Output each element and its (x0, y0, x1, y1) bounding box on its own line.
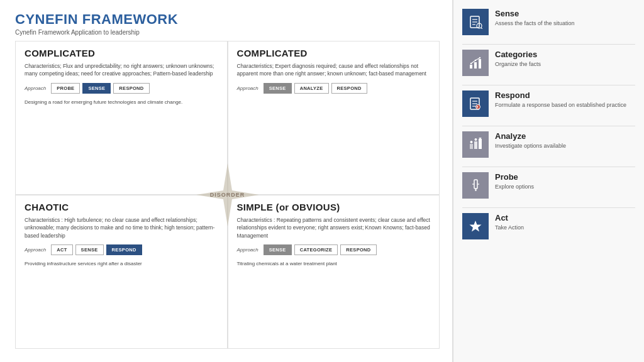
quadrant-complex-desc: Characteristics; Flux and unpredictabili… (25, 62, 218, 78)
sidebar-item-sense: Sense Assess the facts of the situation (462, 6, 635, 38)
sense-text: Sense Assess the facts of the situation (495, 9, 635, 28)
approach-label-0: Approach (25, 85, 46, 91)
sense-title: Sense (495, 9, 635, 18)
divider-2 (462, 85, 635, 85)
sense-button-complicated[interactable]: SENSE (264, 83, 292, 94)
title-colored: FRAMEWORK (82, 11, 178, 27)
sense-desc: Assess the facts of the situation (495, 19, 635, 28)
sense-button-chaotic[interactable]: SENSE (75, 244, 104, 255)
quadrant-simple: SIMPLE (or OBVIOUS) Characteristics : Re… (228, 195, 440, 349)
respond-desc: Formulate a response based on establishe… (495, 101, 635, 109)
svg-marker-30 (470, 221, 482, 232)
act-title: Act (495, 213, 635, 222)
sidebar-item-probe: Probe Explore options (462, 170, 635, 201)
subtitle: Cynefin Framework Application to leaders… (15, 29, 440, 36)
svg-rect-21 (474, 141, 477, 149)
categories-title: Categories (495, 50, 635, 59)
svg-point-24 (475, 138, 477, 141)
probe-title: Probe (495, 172, 635, 182)
sidebar-item-act: Act Take Action (462, 211, 635, 242)
divider-4 (462, 167, 635, 167)
approach-label-2: Approach (25, 247, 46, 253)
quadrant-complicated-title: COMPLICATED (237, 48, 431, 58)
svg-rect-26 (474, 180, 477, 189)
probe-desc: Explore options (495, 183, 635, 191)
header: CYNEFIN FRAMEWORK Cynefin Framework Appl… (15, 11, 440, 36)
svg-point-10 (470, 63, 472, 64)
categorize-button[interactable]: CATEGORIZE (294, 244, 338, 255)
svg-rect-8 (474, 62, 477, 69)
act-text: Act Take Action (495, 213, 635, 232)
main-title: CYNEFIN FRAMEWORK (15, 11, 440, 28)
svg-rect-7 (470, 65, 472, 69)
sidebar-item-respond: Respond Formulate a response based on es… (462, 88, 635, 119)
act-desc: Take Action (495, 224, 635, 232)
svg-rect-9 (479, 59, 481, 69)
approach-label-3: Approach (237, 247, 258, 253)
sense-button-complex[interactable]: SENSE (82, 83, 111, 94)
quadrant-simple-title: SIMPLE (or OBVIOUS) (237, 202, 431, 212)
divider-1 (462, 44, 635, 45)
analyze-text: Analyze Investigate options available (495, 131, 635, 150)
sense-button-simple[interactable]: SENSE (264, 244, 292, 255)
quadrant-chaotic-title: CHAOTIC (25, 202, 218, 212)
analyze-button[interactable]: ANALYZE (294, 83, 329, 94)
quadrant-complex-example: Designing a road for emerging future tec… (25, 99, 218, 106)
quadrant-complicated-desc: Characteristics; Expert diagnosis requir… (237, 62, 431, 78)
svg-point-11 (475, 60, 476, 61)
respond-title: Respond (495, 90, 635, 100)
sidebar-item-analyze: Analyze Investigate options available (462, 129, 635, 160)
respond-button-simple[interactable]: RESPOND (340, 244, 376, 255)
left-panel: CYNEFIN FRAMEWORK Cynefin Framework Appl… (0, 0, 453, 362)
respond-button-chaotic[interactable]: RESPOND (106, 244, 142, 255)
categories-desc: Organize the facts (495, 60, 635, 69)
right-panel: Sense Assess the facts of the situation (453, 0, 644, 362)
approach-row-simple: Approach SENSE CATEGORIZE RESPOND (237, 244, 431, 255)
approach-row-complex: Approach PROBE SENSE RESPOND (25, 83, 218, 94)
approach-label-1: Approach (237, 85, 258, 91)
respond-text: Respond Formulate a response based on es… (495, 90, 635, 109)
sense-icon (462, 9, 489, 35)
svg-rect-20 (470, 144, 473, 149)
main-container: CYNEFIN FRAMEWORK Cynefin Framework Appl… (0, 0, 644, 362)
svg-line-6 (481, 28, 482, 29)
analyze-desc: Investigate options available (495, 142, 635, 150)
respond-button-complicated[interactable]: RESPOND (331, 83, 367, 94)
probe-button[interactable]: PROBE (51, 83, 80, 94)
svg-point-23 (470, 141, 473, 143)
quadrant-chaotic-desc: Characteristics : High turbulence; no cl… (25, 216, 218, 239)
approach-row-complicated: Approach SENSE ANALYZE RESPOND (237, 83, 431, 94)
respond-icon (462, 90, 489, 117)
divider-3 (462, 126, 635, 126)
svg-rect-22 (479, 139, 482, 149)
quadrant-complex: COMPLICATED Characteristics; Flux and un… (15, 41, 228, 195)
act-button[interactable]: ACT (51, 244, 72, 255)
svg-point-12 (479, 57, 480, 58)
approach-row-chaotic: Approach ACT SENSE RESPOND (25, 244, 218, 255)
quadrant-complex-title: COMPLICATED (25, 48, 218, 58)
categories-text: Categories Organize the facts (495, 50, 635, 69)
quadrant-chaotic: CHAOTIC Characteristics : High turbulenc… (15, 195, 228, 349)
quadrant-chaotic-example: Providing infrastructure services right … (25, 260, 218, 268)
respond-button-complex[interactable]: RESPOND (113, 83, 149, 94)
quadrant-complicated: COMPLICATED Characteristics; Expert diag… (228, 41, 440, 195)
sidebar-item-categories: Categories Organize the facts (462, 47, 635, 79)
probe-icon (462, 172, 489, 199)
analyze-icon (462, 131, 489, 158)
divider-5 (462, 207, 635, 208)
title-plain: CYNEFIN (15, 11, 78, 27)
act-icon (462, 213, 489, 239)
quadrants-grid: COMPLICATED Characteristics; Flux and un… (15, 41, 440, 349)
svg-point-25 (479, 138, 482, 139)
quadrant-simple-example: Titrating chemicals at a water treatment… (237, 260, 431, 268)
analyze-title: Analyze (495, 131, 635, 141)
probe-text: Probe Explore options (495, 172, 635, 191)
quadrant-simple-desc: Characteristics : Repeating patterns and… (237, 216, 431, 239)
categories-icon (462, 50, 489, 76)
